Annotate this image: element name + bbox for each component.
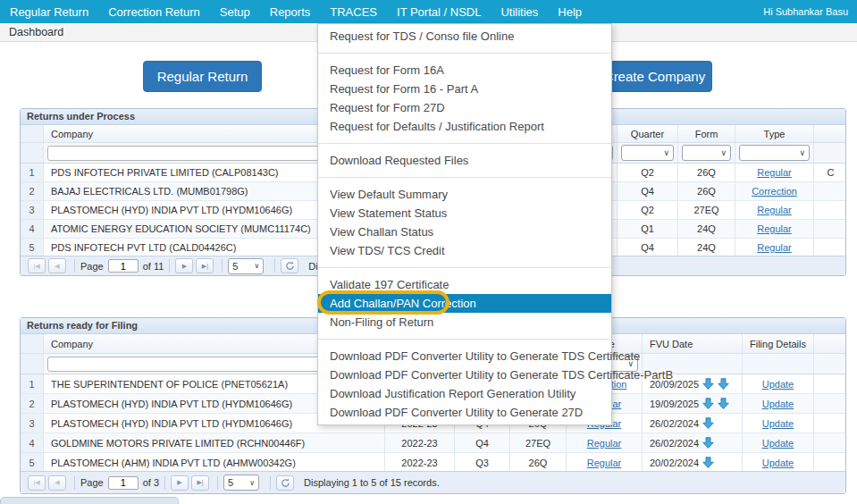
filing-details-cell: Update [743,374,814,393]
next-page-button[interactable]: ▶ [171,475,189,491]
page-count: of 3 [143,477,159,488]
form-cell: 26Q [678,164,735,181]
quarter-header: Quarter [618,125,678,142]
page-size-select[interactable]: 5∨ [228,258,264,274]
page-input[interactable] [108,476,139,490]
quarter-cell: Q2 [618,201,678,219]
row-number: 3 [21,414,44,433]
nav-utilities[interactable]: Utilities [491,5,548,19]
extra-cell [814,182,847,200]
menu-item[interactable]: Request for Defaults / Justification Rep… [318,117,611,136]
type-cell: Correction [735,182,814,200]
extra-cell [814,201,847,219]
fvu-download-icon[interactable] [702,417,714,429]
bottom-panel-edge [0,497,179,504]
menu-item[interactable]: View TDS/ TCS Credit [318,241,611,260]
menu-item[interactable]: View Challan Status [318,223,611,241]
table-row: 4GOLDMINE MOTORS PRIVATE LIMITED (RCHN00… [21,433,845,453]
company-cell: PLASTOMECH (AHM) INDIA PVT LTD (AHMW0034… [44,453,385,472]
type-link[interactable]: Regular [757,167,792,178]
nav-help[interactable]: Help [548,5,592,19]
menu-item[interactable]: Request for Form 16A [318,61,611,80]
refresh-icon[interactable] [276,475,294,491]
fvu-date-header: FVU Date [643,334,743,353]
prev-page-button[interactable]: ◀ [48,475,66,491]
page-input[interactable] [108,259,139,273]
type-link[interactable]: Regular [757,205,792,215]
fvu-date-cell: 20/02/2024 [643,453,743,472]
form-cell: 27EQ [678,201,735,219]
row-number-header [21,125,44,142]
refresh-icon[interactable] [281,258,298,273]
update-link[interactable]: Update [762,458,794,468]
last-page-button[interactable]: ▶| [191,475,209,491]
fvu-date-cell: 26/02/2024 [643,433,743,452]
nav-it-portal-nsdl[interactable]: IT Portal / NSDL [387,5,491,19]
last-page-button[interactable]: ▶| [196,258,214,273]
fvu-download-icon[interactable] [702,398,714,409]
quarter-filter-select[interactable]: ∨ [621,145,674,161]
type-link[interactable]: Correction [752,186,797,197]
type-cell: Regular [567,453,643,472]
menu-item[interactable]: Download Requested Files [318,151,611,170]
form-filter-select[interactable]: ∨ [682,145,731,161]
row-number: 3 [21,201,44,219]
row-number: 4 [21,433,44,452]
nav-setup[interactable]: Setup [210,5,260,19]
traces-dropdown-menu: Request for TDS / Conso file OnlineReque… [317,23,612,425]
company-cell: GOLDMINE MOTORS PRIVATE LIMITED (RCHN004… [44,433,385,452]
menu-item[interactable]: Download PDF Converter Utility to Genera… [318,403,611,422]
type-link[interactable]: Regular [587,458,622,468]
first-page-button[interactable]: |◀ [28,258,46,273]
filing-details-cell: Update [743,453,814,472]
fvu-download-icon[interactable] [718,378,729,390]
type-link[interactable]: Regular [587,438,622,449]
page-size-select[interactable]: 5∨ [223,475,259,491]
menu-item[interactable]: Non-Filing of Return [318,313,611,332]
annotation-circle-icon [317,290,450,315]
form-header: Form [678,125,735,142]
update-link[interactable]: Update [762,379,794,390]
form-cell: 26Q [678,182,735,200]
fvu-download-icon[interactable] [702,457,714,468]
menu-separator [318,177,611,178]
type-link[interactable]: Regular [757,223,792,234]
fvu-download-icon[interactable] [702,378,714,390]
fvu-download-icon[interactable] [702,437,714,449]
prev-page-button[interactable]: ◀ [48,258,66,273]
menu-item[interactable]: Add Challan/PAN Correction [318,294,611,313]
form-cell: 24Q [678,220,735,238]
menu-item[interactable]: Validate 197 Certificate [318,275,611,294]
fy-cell: 2022-23 [385,453,455,472]
nav-regular-return[interactable]: Regular Return [0,5,98,19]
create-company-button[interactable]: Create Company [597,61,712,92]
nav-traces[interactable]: TRACES [320,5,387,19]
first-page-button[interactable]: |◀ [28,475,46,491]
form-cell: 27EQ [510,433,567,452]
menu-item[interactable]: View Default Summary [318,185,611,204]
type-cell: Regular [735,239,814,256]
regular-return-button[interactable]: Regular Return [143,61,262,92]
update-link[interactable]: Update [762,438,794,449]
type-filter-select[interactable]: ∨ [739,145,810,161]
menu-item[interactable]: Request for Form 27D [318,98,611,117]
fvu-download-icon[interactable] [718,398,729,409]
form-cell: 24Q [678,239,735,256]
update-link[interactable]: Update [762,418,794,429]
next-page-button[interactable]: ▶ [175,258,193,273]
menu-separator [318,53,611,54]
nav-reports[interactable]: Reports [260,5,321,19]
fvu-date-cell: 26/02/2024 [643,414,743,433]
menu-item[interactable]: View Statement Status [318,204,611,223]
menu-item[interactable]: Download PDF Converter Utility to Genera… [318,347,611,365]
nav-correction-return[interactable]: Correction Return [98,5,210,19]
type-link[interactable]: Regular [757,242,792,253]
update-link[interactable]: Update [762,399,794,409]
menu-item[interactable]: Request for Form 16 - Part A [318,80,611,98]
menu-item[interactable]: Download Justification Report Generation… [318,384,611,403]
type-cell: Regular [735,220,814,238]
fvu-date-cell: 19/09/2025 [643,394,743,413]
menu-item[interactable]: Request for TDS / Conso file Online [318,27,611,46]
quarter-cell: Q4 [618,182,678,200]
menu-item[interactable]: Download PDF Converter Utility to Genera… [318,365,611,384]
